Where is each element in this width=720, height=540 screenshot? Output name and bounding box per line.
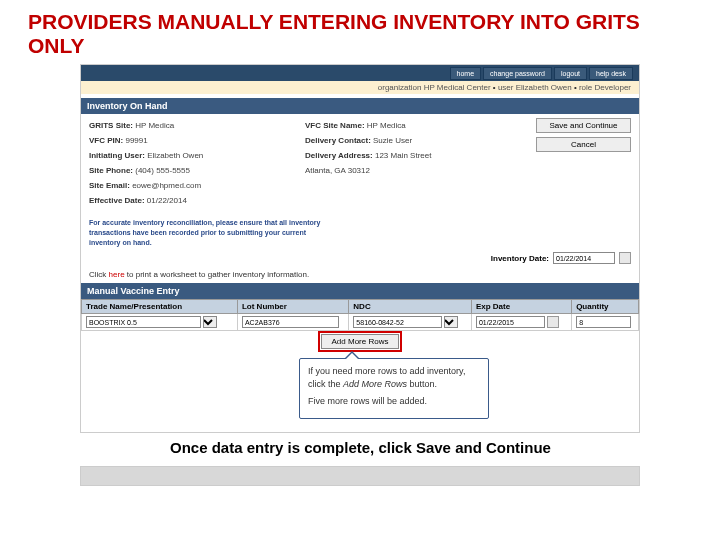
click-here-pre: Click [89,270,109,279]
ndc-input[interactable] [353,316,442,328]
calendar-icon[interactable] [547,316,559,328]
delivery-address-line1: 123 Main Street [375,151,431,160]
inventory-date-input[interactable] [553,252,615,264]
table-row [82,314,639,331]
section-manual-entry: Manual Vaccine Entry [81,283,639,299]
accuracy-line1: For accurate inventory reconciliation, p… [89,218,631,228]
table-header-row: Trade Name/Presentation Lot Number NDC E… [82,300,639,314]
accuracy-note: For accurate inventory reconciliation, p… [81,214,639,250]
worksheet-link-row: Click here to print a worksheet to gathe… [81,268,639,283]
initiating-user-value: Elizabeth Owen [147,151,203,160]
role-label: role [579,83,592,92]
click-here-post: to print a worksheet to gather inventory… [125,270,310,279]
vaccine-entry-table: Trade Name/Presentation Lot Number NDC E… [81,299,639,331]
site-phone-value: (404) 555-5555 [135,166,190,175]
site-info-actions: Save and Continue Cancel [521,118,631,208]
initiating-user-label: Initiating User: [89,151,145,160]
delivery-address-label: Delivery Address: [305,151,373,160]
th-trade-name: Trade Name/Presentation [82,300,238,314]
quantity-input[interactable] [576,316,631,328]
callout-line1b: Add More Rows [343,379,407,389]
user-label: user [498,83,514,92]
org-label: organization [378,83,422,92]
user-value: Elizabeth Owen [516,83,572,92]
slide-heading: PROVIDERS MANUALLY ENTERING INVENTORY IN… [0,0,720,64]
save-continue-button[interactable]: Save and Continue [536,118,631,133]
org-user-bar: organization HP Medical Center • user El… [81,81,639,94]
site-info-left: GRITS Site: HP Medica VFC PIN: 99991 Ini… [89,118,305,208]
help-desk-button[interactable]: help desk [589,67,633,80]
site-email-value: eowe@hpmed.com [132,181,201,190]
delivery-contact-value: Suzie User [373,136,412,145]
callout-line2: Five more rows will be added. [308,395,480,408]
cancel-button[interactable]: Cancel [536,137,631,152]
logout-button[interactable]: logout [554,67,587,80]
accuracy-line3: inventory on hand. [89,238,631,248]
th-lot-number: Lot Number [237,300,348,314]
site-email-label: Site Email: [89,181,130,190]
add-rows-row: Add More Rows [81,331,639,352]
effective-date-label: Effective Date: [89,196,145,205]
grits-site-value: HP Medica [135,121,174,130]
th-ndc: NDC [349,300,472,314]
th-exp-date: Exp Date [471,300,571,314]
callout-area: If you need more rows to add inventory, … [81,352,639,432]
role-value: Developer [595,83,631,92]
exp-date-input[interactable] [476,316,545,328]
site-phone-label: Site Phone: [89,166,133,175]
delivery-address-line2: Atlanta, GA 30312 [305,166,370,175]
org-value: HP Medical Center [424,83,491,92]
inventory-date-label: Inventory Date: [491,254,549,263]
inventory-date-row: Inventory Date: [81,250,639,268]
ndc-select[interactable] [444,316,458,328]
site-info-middle: VFC Site Name: HP Medica Delivery Contac… [305,118,521,208]
trade-name-input[interactable] [86,316,201,328]
grits-site-label: GRITS Site: [89,121,133,130]
callout-line1c: button. [407,379,437,389]
worksheet-link[interactable]: here [109,270,125,279]
site-info-panel: GRITS Site: HP Medica VFC PIN: 99991 Ini… [81,114,639,214]
vfc-pin-label: VFC PIN: [89,136,123,145]
effective-date-value: 01/22/2014 [147,196,187,205]
trade-name-select[interactable] [203,316,217,328]
home-button[interactable]: home [450,67,482,80]
app-screenshot: home change password logout help desk or… [80,64,640,433]
lot-number-input[interactable] [242,316,339,328]
slide-instruction: Once data entry is complete, click Save … [0,433,720,460]
vfc-pin-value: 99991 [125,136,147,145]
change-password-button[interactable]: change password [483,67,552,80]
add-more-rows-button[interactable]: Add More Rows [321,334,400,349]
delivery-contact-label: Delivery Contact: [305,136,371,145]
th-quantity: Quantity [572,300,639,314]
calendar-icon[interactable] [619,252,631,264]
top-navbar: home change password logout help desk [81,65,639,81]
vfc-sitename-label: VFC Site Name: [305,121,365,130]
section-inventory-onhand: Inventory On Hand [81,98,639,114]
bottom-bar [80,466,640,486]
accuracy-line2: transactions have been recorded prior to… [89,228,631,238]
tooltip-callout: If you need more rows to add inventory, … [299,358,489,419]
vfc-sitename-value: HP Medica [367,121,406,130]
